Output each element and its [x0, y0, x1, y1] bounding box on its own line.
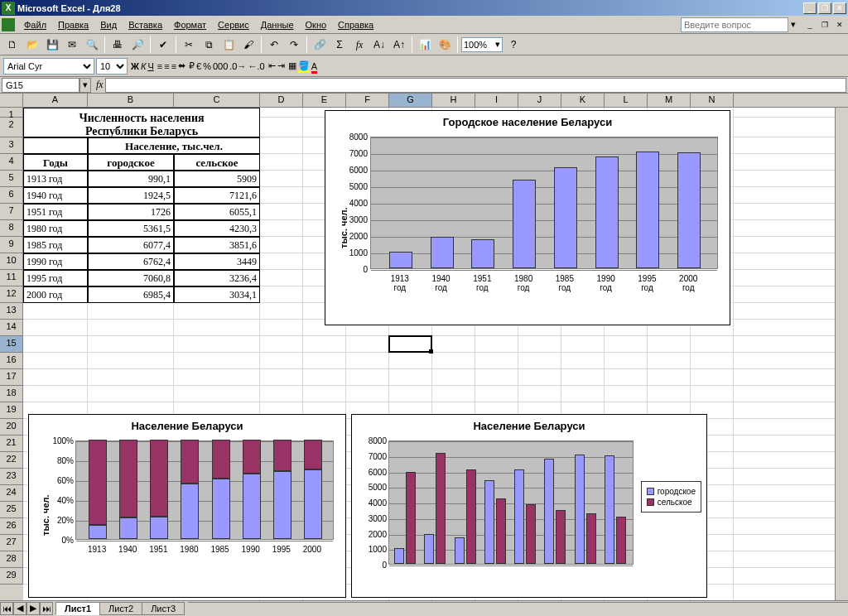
- print-preview-icon[interactable]: 🔎: [128, 36, 147, 54]
- close-button[interactable]: ✕: [833, 2, 846, 14]
- column-header-H[interactable]: H: [432, 94, 475, 107]
- align-center-icon[interactable]: ≡: [164, 61, 169, 71]
- name-box[interactable]: G15: [2, 78, 80, 93]
- table-cell[interactable]: 5909: [174, 171, 260, 187]
- row-header-20[interactable]: 20: [0, 419, 23, 436]
- paste-icon[interactable]: 📋: [219, 36, 238, 54]
- name-box-dropdown[interactable]: ▾: [80, 78, 91, 93]
- font-color-icon[interactable]: A: [311, 61, 317, 71]
- copy-icon[interactable]: ⧉: [200, 36, 218, 54]
- worksheet-grid[interactable]: ABCDEFGHIJKLMN 1234567891011121314151617…: [0, 94, 848, 600]
- column-header-L[interactable]: L: [605, 94, 648, 107]
- drawing-icon[interactable]: 🎨: [436, 36, 454, 54]
- open-icon[interactable]: 📂: [23, 36, 41, 54]
- sort-desc-icon[interactable]: A↑: [390, 36, 408, 54]
- merge-center-icon[interactable]: ⬌: [178, 60, 186, 71]
- sheet-tab-Лист2[interactable]: Лист2: [99, 602, 142, 615]
- table-cell[interactable]: 6985,4: [88, 286, 174, 303]
- table-cell[interactable]: 1726: [88, 204, 174, 220]
- chart-urban-population[interactable]: Городское население Беларуси тыс. чел. 0…: [325, 110, 730, 325]
- horizontal-scrollbar[interactable]: [188, 602, 848, 615]
- menu-edit[interactable]: Правка: [52, 18, 94, 31]
- column-header-K[interactable]: K: [561, 94, 605, 107]
- table-cell[interactable]: 1924,5: [88, 187, 174, 204]
- menu-file[interactable]: Файл: [18, 18, 52, 31]
- table-cell[interactable]: 5361,5: [88, 220, 174, 237]
- table-cell[interactable]: Численность населенияРеспублики Беларусь: [23, 108, 260, 137]
- row-header-13[interactable]: 13: [0, 303, 23, 320]
- table-cell[interactable]: 3851,6: [174, 237, 260, 253]
- row-header-25[interactable]: 25: [0, 502, 23, 518]
- row-header-24[interactable]: 24: [0, 485, 23, 502]
- cut-icon[interactable]: ✂: [180, 36, 198, 54]
- hyperlink-icon[interactable]: 🔗: [311, 36, 329, 54]
- row-header-21[interactable]: 21: [0, 436, 23, 452]
- table-cell[interactable]: сельское: [174, 154, 260, 171]
- row-header-10[interactable]: 10: [0, 253, 23, 270]
- column-header-I[interactable]: I: [475, 94, 518, 107]
- decrease-decimal-icon[interactable]: ←.0: [248, 61, 265, 71]
- column-header-G[interactable]: G: [389, 94, 432, 107]
- column-header-E[interactable]: E: [303, 94, 346, 107]
- column-header-N[interactable]: N: [691, 94, 734, 107]
- zoom-select[interactable]: 100%▾: [461, 37, 503, 52]
- table-cell[interactable]: 6077,4: [88, 237, 174, 253]
- table-cell[interactable]: [23, 137, 88, 154]
- table-cell[interactable]: городское: [88, 154, 174, 171]
- function-icon[interactable]: fx: [350, 36, 369, 54]
- doc-minimize-button[interactable]: _: [803, 19, 817, 31]
- menu-data[interactable]: Данные: [255, 18, 300, 31]
- autosum-icon[interactable]: Σ: [330, 36, 349, 54]
- comma-icon[interactable]: 000: [213, 61, 228, 71]
- fx-icon[interactable]: fx: [96, 79, 104, 91]
- column-header-J[interactable]: J: [518, 94, 561, 107]
- chart-population-grouped[interactable]: Население Беларуси 010002000300040005000…: [351, 414, 707, 598]
- row-header-14[interactable]: 14: [0, 320, 23, 336]
- underline-icon[interactable]: Ч: [147, 61, 153, 71]
- help-search-input[interactable]: [681, 17, 788, 32]
- table-cell[interactable]: Население, тыс.чел.: [88, 137, 260, 154]
- table-cell[interactable]: Годы: [23, 154, 88, 171]
- column-header-A[interactable]: A: [23, 94, 88, 107]
- spelling-icon[interactable]: ✔: [154, 36, 172, 54]
- table-cell[interactable]: 7060,8: [88, 270, 174, 286]
- currency-icon[interactable]: ₽: [189, 60, 195, 71]
- table-cell[interactable]: 1913 год: [23, 171, 88, 187]
- table-cell[interactable]: 1951 год: [23, 204, 88, 220]
- table-cell[interactable]: 1985 год: [23, 237, 88, 253]
- row-header-1[interactable]: 1: [0, 108, 23, 118]
- table-cell[interactable]: 6762,4: [88, 253, 174, 270]
- row-header-9[interactable]: 9: [0, 237, 23, 253]
- row-header-18[interactable]: 18: [0, 386, 23, 402]
- column-header-C[interactable]: C: [174, 94, 260, 107]
- row-header-15[interactable]: 15: [0, 336, 23, 353]
- row-header-27[interactable]: 27: [0, 535, 23, 551]
- table-cell[interactable]: 3449: [174, 253, 260, 270]
- help-dropdown-icon[interactable]: ▾: [788, 19, 798, 30]
- row-header-11[interactable]: 11: [0, 270, 23, 286]
- select-all-corner[interactable]: [0, 94, 23, 107]
- menu-window[interactable]: Окно: [300, 18, 333, 31]
- bold-icon[interactable]: Ж: [131, 61, 139, 71]
- tab-nav-first[interactable]: ⏮: [0, 602, 13, 615]
- new-icon[interactable]: 🗋: [3, 36, 22, 54]
- menu-view[interactable]: Вид: [94, 18, 123, 31]
- cells-area[interactable]: Городское население Беларуси тыс. чел. 0…: [23, 108, 848, 600]
- format-painter-icon[interactable]: 🖌: [239, 36, 258, 54]
- sheet-tab-Лист3[interactable]: Лист3: [142, 602, 185, 615]
- row-header-23[interactable]: 23: [0, 469, 23, 485]
- formula-input[interactable]: [105, 78, 846, 93]
- row-header-16[interactable]: 16: [0, 353, 23, 369]
- tab-nav-last[interactable]: ⏭: [40, 602, 53, 615]
- menu-insert[interactable]: Вставка: [123, 18, 168, 31]
- table-cell[interactable]: 1980 год: [23, 220, 88, 237]
- italic-icon[interactable]: К: [141, 61, 146, 71]
- sheet-tab-Лист1[interactable]: Лист1: [55, 602, 100, 615]
- help-icon[interactable]: ?: [504, 36, 523, 54]
- row-header-22[interactable]: 22: [0, 452, 23, 469]
- row-header-28[interactable]: 28: [0, 551, 23, 568]
- row-header-17[interactable]: 17: [0, 369, 23, 386]
- table-cell[interactable]: 3034,1: [174, 286, 260, 303]
- column-header-M[interactable]: M: [648, 94, 691, 107]
- minimize-button[interactable]: _: [803, 2, 817, 14]
